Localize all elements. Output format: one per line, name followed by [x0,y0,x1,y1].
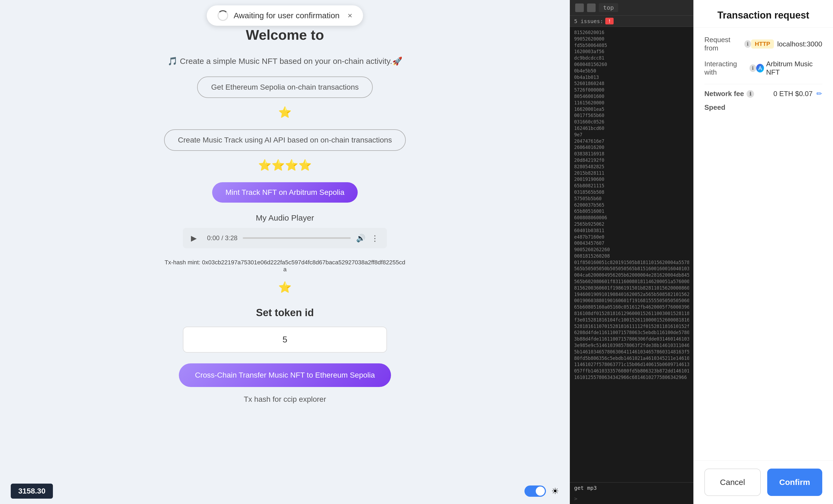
token-id-input[interactable] [183,327,387,353]
console-line: 600808060006 [574,215,689,221]
network-fee-label: Network fee ℹ [705,90,754,98]
console-line: e487b7160e0 [574,234,689,241]
console-panel: top 5 issues: ! 8152602001699052620000fd… [570,0,693,504]
console-line: 5281816110701528181611112f01528118161015… [574,323,689,330]
arbitrum-badge: A Arbitrum Music NFT [756,60,822,76]
price-badge: 3158.30 [11,484,53,499]
request-from-info-icon[interactable]: ℹ [744,40,751,48]
console-line: 57505b5b60 [574,196,689,202]
console-line: f3e015281816104fc10015261100001526000818… [574,317,689,323]
request-from-value: HTTP localhost:3000 [751,40,822,49]
confirm-button[interactable]: Confirm [767,469,823,496]
console-tab-top[interactable]: top [599,3,618,12]
network-fee-row: Network fee ℹ 0 ETH $0.07 ✏ [705,90,822,98]
console-line: 80fd5b806356c5ebdb1461021a4610345211e146… [574,355,689,362]
audio-time: 0:00 / 3:28 [207,234,237,242]
play-button[interactable]: ▶ [191,233,202,244]
request-from-row: Request from ℹ HTTP localhost:3000 [705,36,822,52]
interacting-with-value: A Arbitrum Music NFT [756,60,822,76]
speed-label: Speed [705,103,725,111]
console-line: 60401b03811 [574,228,689,234]
console-line: 8156200360601f1986191501b828110156200008… [574,285,689,292]
console-line: 2565b925062 [574,221,689,228]
issues-label: 5 issues: [574,18,603,24]
page-title: Welcome to [246,27,324,43]
console-line: 6200037b565 [574,202,689,208]
more-options-icon[interactable]: ⋮ [371,233,379,243]
console-line: 80546001600 [574,93,689,100]
get-eth-sepolia-button[interactable]: Get Ethereum Sepolia on-chain transactio… [197,76,373,98]
console-icon-1[interactable] [575,3,584,12]
console-line: 81526020016 [574,29,689,36]
network-fee-value: 0 ETH $0.07 ✏ [774,90,822,98]
console-line: 0318565b508 [574,189,689,196]
speed-row: Speed [705,103,822,111]
star-emoji-1: ⭐ [278,106,292,119]
star-emoji-2: ⭐ [278,281,292,294]
console-line: 057ffb14610333576080fd5b806323b872dd1461… [574,368,689,374]
console-line: 20d842192f0 [574,157,689,164]
app-description: 🎵 Create a simple Music NFT based on you… [168,56,402,66]
interacting-info-icon[interactable]: ℹ [749,65,756,72]
tx-actions: Cancel Confirm [694,460,833,504]
console-prompt: > [570,493,693,504]
console-line: 20019190600 [574,176,689,183]
console-line: 03838116918 [574,151,689,157]
create-music-button[interactable]: Create Music Track using AI API based on… [164,129,406,151]
console-line: 565b50505050b505050565b81516001600160401… [574,266,689,272]
tx-title: Transaction request [705,10,822,21]
console-line: 9e7 [574,132,689,138]
close-icon[interactable]: × [348,11,353,20]
sun-icon[interactable]: ☀ [551,486,559,496]
audio-player-label: My Audio Player [256,213,314,223]
edit-fee-icon[interactable]: ✏ [816,90,822,98]
console-line: 5726f000000 [574,87,689,93]
console-line: 11461027f578063771c15b06d140615b06097146… [574,361,689,368]
volume-icon[interactable]: 🔊 [356,234,365,243]
audio-progress-bar[interactable] [243,237,351,239]
tx-body: Request from ℹ HTTP localhost:3000 Inter… [694,28,833,460]
tx-header: Transaction request [694,0,833,28]
arbitrum-icon: A [756,64,764,73]
awaiting-banner: Awaiting for user confirmation × [207,5,363,26]
interacting-with-label: Interacting with ℹ [705,60,756,76]
console-line: 031660c0526 [574,119,689,125]
console-line: 3b88d4fde11611007157806306fdde0314601461… [574,336,689,343]
cross-chain-button[interactable]: Cross-Chain Transfer Music NFT to Ethere… [179,363,391,387]
console-line: 5b14610346578063064114610346578603148163… [574,349,689,355]
set-token-id-label: Set token id [256,307,314,319]
console-line: 82805482825 [574,164,689,170]
console-line: 16620001ea5 [574,106,689,113]
console-line: 0b4e5b50 [574,68,689,74]
console-line: 9005260262260 [574,247,689,253]
toggle-knob [536,486,545,496]
console-line: 01f850160051c820191505b81811015620004a55… [574,259,689,266]
issues-badge: ! [605,18,614,24]
console-line: 00043457607 [574,240,689,247]
console-get-mp3: get mp3 [570,482,693,493]
console-icon-2[interactable] [587,3,596,12]
theme-toggle: ☀ [524,485,559,497]
mint-nft-button[interactable]: Mint Track NFT on Arbitrum Sepolia [212,182,358,203]
console-line: fd5b50064085 [574,43,689,49]
theme-toggle-switch[interactable] [524,485,546,497]
console-line: dc9bdcdcc81 [574,55,689,61]
request-from-label: Request from ℹ [705,36,751,52]
http-badge: HTTP [751,40,774,49]
console-line: 65b80821115 [574,183,689,189]
console-line: 16101255780634342966c6814610277580634296… [574,374,689,381]
console-issues: 5 issues: ! [570,16,693,27]
console-line: 0017f565b60 [574,112,689,119]
console-line: 162461bcd60 [574,125,689,132]
network-fee-info-icon[interactable]: ℹ [746,90,754,98]
console-line: 2015b828111 [574,170,689,177]
console-toolbar: top [570,0,693,16]
console-line: 65b80516001 [574,208,689,215]
stars-emoji: ⭐⭐⭐⭐ [258,159,312,172]
console-line: 52601860248 [574,80,689,87]
console-line: 6208d4fde116110071578063c5ebdb116100de57… [574,330,689,336]
audio-player: ▶ 0:00 / 3:28 🔊 ⋮ [183,228,387,248]
console-body: 8152602001699052620000fd5b50064085162000… [570,27,693,482]
cancel-button[interactable]: Cancel [705,469,761,496]
console-line: 1946001909101908401620052a565b5085821015… [574,292,689,298]
